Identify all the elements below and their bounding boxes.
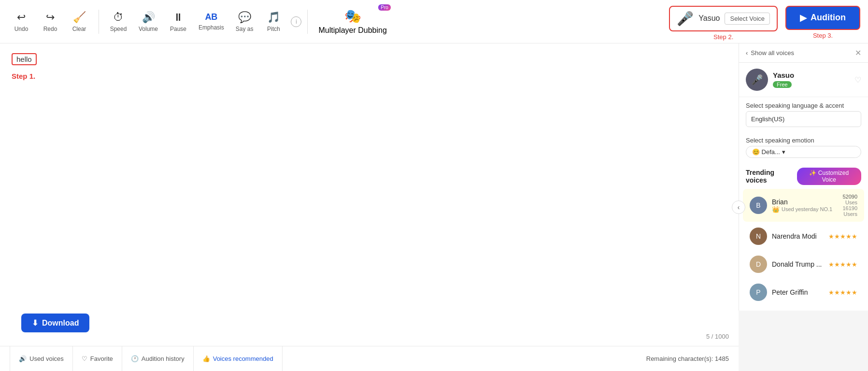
close-panel-button[interactable]: ✕	[855, 48, 861, 57]
heart-icon[interactable]: ♡	[854, 75, 861, 85]
brian-stats: 52090 Uses 16190 Users	[842, 194, 857, 217]
voice-profile-name: Yasuo	[773, 71, 850, 79]
narendra-info: Narendra Modi	[772, 232, 824, 240]
right-panel: ‹ Show all voices ✕ 🎤 Yasuo Free ♡ Selec…	[739, 43, 868, 311]
editor-text[interactable]: hello	[12, 53, 37, 65]
right-panel-header: ‹ Show all voices ✕	[739, 43, 868, 63]
say-as-button[interactable]: 💬 Say as	[231, 8, 258, 35]
clear-button[interactable]: 🧹 Clear	[66, 8, 93, 35]
main-area: hello Step 1. 5 / 1000 ⬇ Download 🔊 Used…	[0, 43, 868, 371]
brian-uses: 52090	[842, 194, 857, 200]
select-voice-button[interactable]: Select Voice	[725, 13, 770, 25]
brian-avatar: B	[750, 197, 767, 214]
clear-icon: 🧹	[73, 11, 86, 24]
undo-icon: ↩	[17, 11, 26, 24]
bottom-bar: 🔊 Used voices ♡ Favorite 🕐 Audition hist…	[0, 346, 739, 371]
toolbar: ↩ Undo ↪ Redo 🧹 Clear ⏱ Speed 🔊 Volume ⏸…	[0, 0, 868, 43]
used-voices-tab[interactable]: 🔊 Used voices	[10, 346, 73, 371]
thumb-icon: 👍	[202, 355, 210, 362]
undo-button[interactable]: ↩ Undo	[8, 8, 35, 35]
mic-icon: 🎤	[677, 11, 694, 27]
used-voices-label: Used voices	[29, 355, 64, 362]
peter-name: Peter Griffin	[772, 288, 824, 296]
download-label: Download	[42, 319, 79, 328]
pitch-label: Pitch	[267, 26, 280, 32]
favorite-tab[interactable]: ♡ Favorite	[73, 346, 122, 371]
speed-icon: ⏱	[113, 11, 124, 24]
pause-icon: ⏸	[173, 11, 184, 24]
donald-name: Donald Trump ...	[772, 260, 824, 268]
volume-icon: 🔊	[142, 11, 155, 24]
voice-selector-box[interactable]: 🎤 Yasuo Select Voice	[669, 6, 778, 31]
used-voices-icon: 🔊	[19, 355, 27, 362]
redo-button[interactable]: ↪ Redo	[37, 8, 64, 35]
brian-sub: 👑 Used yesterday NO.1	[772, 206, 838, 213]
narendra-avatar: N	[750, 228, 767, 245]
redo-label: Redo	[43, 26, 57, 32]
brian-users: 16190	[842, 205, 857, 211]
favorite-icon: ♡	[82, 355, 87, 362]
speed-label: Speed	[110, 26, 127, 32]
donald-avatar: D	[750, 256, 767, 273]
multiplayer-label: Multiplayer Dubbing	[318, 26, 386, 35]
free-badge: Free	[773, 81, 792, 88]
editor-body[interactable]: hello Step 1. 5 / 1000	[0, 43, 739, 346]
voices-recommended-label: Voices recommended	[213, 355, 273, 362]
show-all-voices-label: Show all voices	[751, 49, 794, 57]
editor-section: hello Step 1. 5 / 1000 ⬇ Download 🔊 Used…	[0, 43, 739, 371]
trending-header: Trending voices ✨ Customized Voice	[739, 164, 868, 188]
volume-label: Volume	[139, 26, 158, 32]
voice-card-peter-griffin[interactable]: P Peter Griffin ★★★★★	[743, 279, 864, 306]
say-as-icon: 💬	[238, 11, 251, 24]
download-button[interactable]: ⬇ Download	[21, 314, 89, 332]
char-count: 5 / 1000	[706, 333, 729, 340]
yasuo-avatar: 🎤	[746, 69, 768, 91]
donald-info: Donald Trump ...	[772, 260, 824, 268]
emphasis-icon: AB	[205, 12, 217, 22]
show-all-voices-link[interactable]: ‹ Show all voices	[746, 49, 794, 57]
voices-recommended-tab[interactable]: 👍 Voices recommended	[194, 346, 283, 371]
info-button[interactable]: i	[291, 16, 301, 27]
trending-section: Trending voices ✨ Customized Voice B Bri…	[739, 164, 868, 311]
pitch-button[interactable]: 🎵 Pitch	[260, 8, 287, 35]
download-icon: ⬇	[32, 318, 38, 328]
step3-label: Step 3.	[813, 32, 833, 39]
audition-history-label: Audition history	[142, 355, 185, 362]
voice-card-brian[interactable]: B Brian 👑 Used yesterday NO.1 52090 Uses…	[743, 189, 864, 222]
pitch-icon: 🎵	[267, 11, 280, 24]
step1-label: Step 1.	[12, 72, 727, 80]
brian-name: Brian	[772, 198, 838, 206]
speed-button[interactable]: ⏱ Speed	[105, 8, 132, 35]
undo-label: Undo	[14, 26, 28, 32]
voice-card-donald-trump[interactable]: D Donald Trump ... ★★★★★	[743, 251, 864, 278]
narendra-name: Narendra Modi	[772, 232, 824, 240]
brian-uses-label: Uses	[842, 200, 857, 205]
emotion-button[interactable]: 😊 Defa... ▾	[746, 146, 861, 158]
voice-name-display: Yasuo	[698, 14, 720, 23]
redo-icon: ↪	[46, 11, 55, 24]
volume-button[interactable]: 🔊 Volume	[134, 8, 163, 35]
emotion-section-label: Select speaking emotion	[739, 132, 868, 146]
pause-button[interactable]: ⏸ Pause	[165, 8, 192, 35]
customized-voice-button[interactable]: ✨ Customized Voice	[797, 168, 861, 185]
voice-card-narendra-modi[interactable]: N Narendra Modi ★★★★★	[743, 223, 864, 250]
emotion-label: 😊 Defa...	[752, 148, 780, 156]
multiplayer-dubbing-button[interactable]: Pro 🎭 Multiplayer Dubbing	[313, 6, 391, 37]
say-as-label: Say as	[236, 26, 254, 32]
right-panel-wrapper: ‹ ‹ Show all voices ✕ 🎤 Yasuo Free ♡	[739, 43, 868, 371]
voice-profile: 🎤 Yasuo Free ♡	[739, 63, 868, 97]
avatar-icon: 🎤	[751, 74, 763, 86]
brian-sub-text: Used yesterday NO.1	[782, 206, 832, 212]
pro-badge: Pro	[378, 4, 391, 11]
clear-label: Clear	[72, 26, 86, 32]
peter-info: Peter Griffin	[772, 288, 824, 296]
language-section-label: Select speaking language & accent	[739, 97, 868, 111]
collapse-panel-button[interactable]: ‹	[732, 200, 745, 214]
audition-history-tab[interactable]: 🕐 Audition history	[122, 346, 194, 371]
audition-button[interactable]: ▶ Audition	[785, 6, 860, 30]
peter-avatar: P	[750, 284, 767, 301]
language-select[interactable]: English(US)	[746, 111, 861, 127]
info-icon: i	[296, 18, 297, 25]
emphasis-button[interactable]: AB Emphasis	[194, 9, 229, 34]
pause-label: Pause	[170, 26, 186, 32]
